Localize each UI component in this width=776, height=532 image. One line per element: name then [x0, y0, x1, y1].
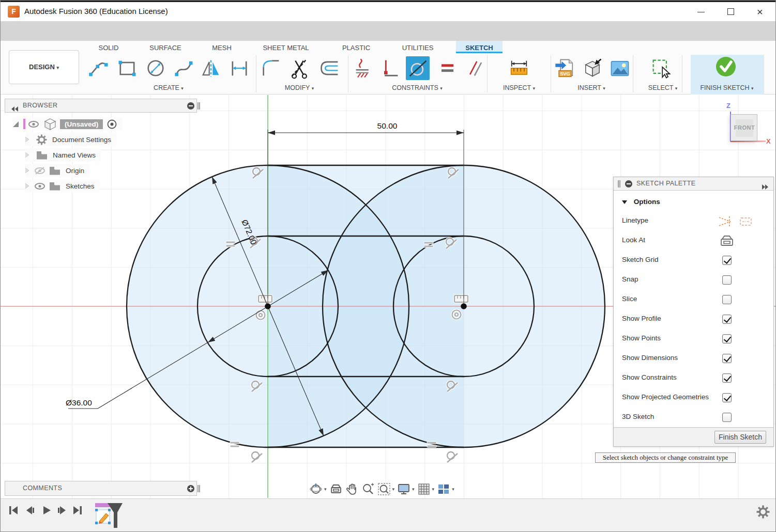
viewports-icon[interactable]	[437, 482, 450, 496]
sketch-dimension-tool-icon[interactable]	[228, 57, 251, 80]
browser-grip[interactable]	[197, 102, 200, 109]
3d-sketch-checkbox[interactable]	[722, 413, 732, 422]
sketch-grid-checkbox[interactable]	[722, 256, 732, 265]
horizontal-vertical-constraint-icon[interactable]	[378, 57, 401, 80]
parallel-constraint-icon[interactable]	[464, 57, 486, 80]
grid-settings-icon[interactable]	[417, 482, 431, 496]
display-settings-icon[interactable]	[397, 482, 410, 496]
orbit-dropdown[interactable]: ▾	[324, 487, 327, 492]
show-dimensions-checkbox[interactable]	[722, 354, 732, 363]
equal-constraint-icon[interactable]	[436, 57, 459, 80]
viewcube[interactable]: FRONT	[731, 114, 757, 141]
activate-radio-icon[interactable]	[106, 119, 117, 130]
group-inspect[interactable]: INSPECT ▾	[503, 84, 535, 91]
options-section-header[interactable]: Options	[622, 198, 660, 206]
line-tool-icon[interactable]	[87, 57, 110, 80]
circle-tool-icon[interactable]	[144, 57, 167, 80]
palette-collapse-icon[interactable]	[762, 181, 768, 194]
offset-tool-icon[interactable]	[318, 57, 341, 80]
design-workspace-selector[interactable]: DESIGN ▾	[9, 50, 79, 84]
minimize-button[interactable]	[694, 5, 708, 19]
canvas-image-icon[interactable]	[608, 57, 631, 80]
look-at-icon[interactable]	[720, 235, 734, 246]
group-modify[interactable]: MODIFY ▾	[285, 84, 314, 91]
expander-icon[interactable]	[25, 168, 29, 173]
tab-mesh[interactable]: MESH	[212, 44, 232, 52]
add-comment-icon[interactable]	[187, 485, 194, 492]
fit-dropdown[interactable]: ▾	[392, 487, 395, 492]
timeline-go-to-start-icon[interactable]	[8, 505, 19, 516]
timeline-go-to-end-icon[interactable]	[72, 505, 83, 516]
tab-utilities[interactable]: UTILITIES	[402, 44, 434, 52]
browser-panel-header[interactable]: BROWSER	[5, 99, 197, 113]
expander-icon[interactable]	[25, 137, 29, 142]
eye-icon[interactable]	[28, 120, 39, 128]
browser-item-document-settings[interactable]: Document Settings	[25, 133, 116, 146]
palette-minus-icon[interactable]	[625, 180, 632, 187]
slice-checkbox[interactable]	[722, 295, 732, 304]
insert-mesh-icon[interactable]	[581, 57, 604, 80]
show-projected-checkbox[interactable]	[722, 393, 732, 402]
show-profile-checkbox[interactable]	[722, 315, 732, 324]
root-expander-icon[interactable]	[13, 121, 19, 127]
browser-item-named-views[interactable]: Named Views	[25, 148, 101, 162]
snap-checkbox[interactable]	[722, 275, 732, 285]
orbit-icon[interactable]	[309, 482, 323, 496]
expander-icon[interactable]	[25, 152, 29, 158]
zoom-icon[interactable]	[361, 482, 375, 496]
look-at-nav-icon[interactable]	[329, 482, 343, 496]
tab-plastic[interactable]: PLASTIC	[342, 44, 370, 52]
group-create[interactable]: CREATE ▾	[154, 84, 184, 91]
browser-minus-icon[interactable]	[187, 102, 194, 109]
group-select[interactable]: SELECT ▾	[648, 84, 677, 91]
finish-sketch-check-icon[interactable]	[714, 56, 737, 79]
trim-tool-icon[interactable]	[288, 57, 311, 80]
comments-panel-header[interactable]: COMMENTS	[5, 481, 197, 496]
timeline-sketch-feature[interactable]	[94, 502, 125, 531]
document-name[interactable]: (Unsaved)	[60, 119, 103, 129]
palette-grip[interactable]	[618, 180, 620, 187]
maximize-button[interactable]	[724, 5, 738, 19]
group-finish-sketch[interactable]: FINISH SKETCH ▾	[700, 84, 753, 91]
rectangle-tool-icon[interactable]	[116, 57, 139, 80]
timeline-play-icon[interactable]	[41, 505, 52, 516]
construction-linetype-icon[interactable]	[718, 215, 733, 228]
tab-sheet-metal[interactable]: SHEET METAL	[263, 44, 309, 52]
sketch-palette-header[interactable]: SKETCH PALETTE	[614, 177, 773, 191]
show-points-checkbox[interactable]	[722, 334, 732, 343]
tangent-constraint-icon[interactable]	[406, 57, 429, 80]
browser-item-sketches[interactable]: Sketches	[25, 179, 100, 193]
spline-tool-icon[interactable]	[173, 57, 195, 80]
insert-svg-icon[interactable]: SVG	[554, 57, 576, 80]
comments-grip[interactable]	[197, 485, 200, 492]
fillet-tool-icon[interactable]	[260, 57, 282, 80]
grid-dropdown[interactable]: ▾	[432, 487, 435, 492]
finish-sketch-button[interactable]: Finish Sketch	[714, 431, 766, 444]
browser-root-row[interactable]: (Unsaved)	[13, 117, 123, 131]
timeline-step-forward-icon[interactable]	[56, 505, 68, 516]
select-tool-icon[interactable]	[650, 57, 673, 80]
fix-constraint-icon[interactable]	[353, 57, 375, 80]
eye-hidden-icon[interactable]	[34, 166, 46, 175]
display-dropdown[interactable]: ▾	[412, 487, 415, 492]
pan-icon[interactable]	[345, 482, 359, 496]
group-insert[interactable]: INSERT ▾	[577, 84, 605, 91]
tab-solid[interactable]: SOLID	[98, 44, 118, 52]
browser-collapse-icon[interactable]	[11, 103, 19, 116]
group-constraints[interactable]: CONSTRAINTS ▾	[392, 84, 443, 91]
timeline-step-back-icon[interactable]	[24, 505, 36, 516]
timeline-settings-gear-icon[interactable]	[756, 505, 770, 519]
tab-sketch[interactable]: SKETCH	[465, 44, 493, 52]
browser-item-origin[interactable]: Origin	[25, 164, 89, 177]
mirror-tool-icon[interactable]	[200, 57, 222, 80]
close-button[interactable]: ×	[754, 5, 768, 19]
measure-tool-icon[interactable]	[508, 57, 530, 80]
expander-icon[interactable]	[25, 183, 29, 189]
viewcube-face-label[interactable]: FRONT	[731, 124, 758, 131]
viewports-dropdown[interactable]: ▾	[452, 487, 454, 492]
fit-icon[interactable]	[377, 482, 391, 496]
eye-icon[interactable]	[34, 182, 46, 190]
centerline-linetype-icon[interactable]	[739, 215, 753, 228]
show-constraints-checkbox[interactable]	[722, 373, 732, 383]
tab-surface[interactable]: SURFACE	[149, 44, 181, 52]
